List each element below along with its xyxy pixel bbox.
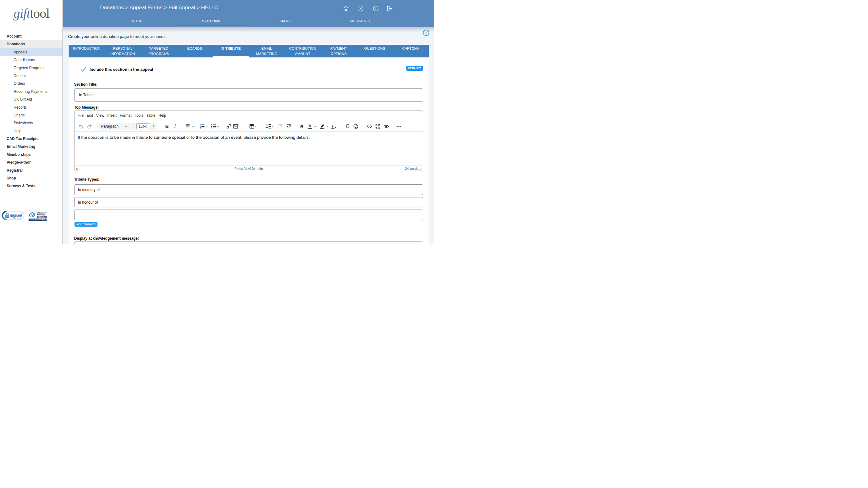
svg-text:i: i <box>23 211 24 213</box>
svg-text:VIKINGCLOUD: VIKINGCLOUD <box>37 212 47 214</box>
svg-text:SECURED: SECURED <box>12 217 23 219</box>
svg-text:digicert: digicert <box>10 213 22 218</box>
svg-text:COMMERCE: COMMERCE <box>37 216 48 218</box>
svg-text:A: A <box>308 124 311 128</box>
svg-text:TRUSTED: TRUSTED <box>37 214 45 216</box>
svg-text:T: T <box>331 124 334 128</box>
svg-text:3: 3 <box>199 127 200 128</box>
svg-text:CLICK TO VALIDATE: CLICK TO VALIDATE <box>30 219 45 220</box>
